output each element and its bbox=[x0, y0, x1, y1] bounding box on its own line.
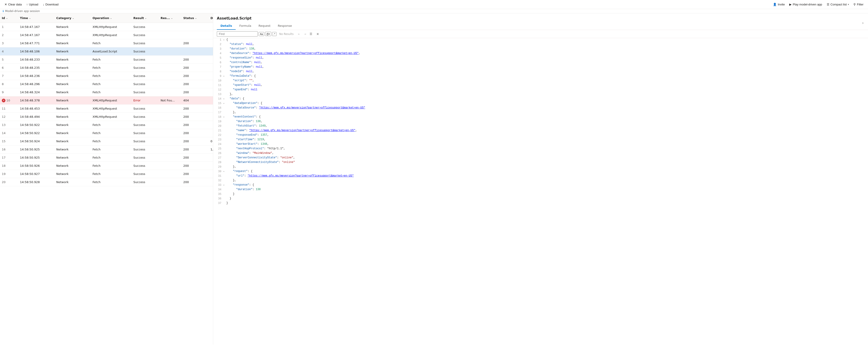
find-next-button[interactable]: → bbox=[302, 32, 308, 36]
compact-list-button[interactable]: ☰ Compact list ▾ bbox=[825, 2, 851, 7]
cell-result: Success bbox=[131, 115, 159, 118]
table-row[interactable]: 1114:58:48.453NetworkXMLHttpRequestSucce… bbox=[0, 105, 213, 113]
table-row[interactable]: 514:58:48.233NetworkFetchSuccess200 bbox=[0, 56, 213, 64]
line-number: 3 bbox=[215, 47, 221, 51]
cell-result: Success bbox=[131, 25, 159, 29]
fold-icon[interactable]: ▾ bbox=[223, 183, 226, 186]
table-row[interactable]: 2014:58:50.928NetworkFetchSuccess200 bbox=[0, 178, 213, 186]
table-row[interactable]: 414:58:48.106NetworkAssetLoad.ScriptSucc… bbox=[0, 48, 213, 56]
detail-close-button[interactable]: › bbox=[861, 20, 864, 26]
table-row[interactable]: 1214:58:48.494NetworkXMLHttpRequestSucce… bbox=[0, 113, 213, 121]
tab-details[interactable]: Details bbox=[217, 22, 236, 30]
fold-icon bbox=[223, 52, 226, 52]
fold-icon[interactable]: ▾ bbox=[223, 170, 226, 173]
invite-button[interactable]: 👤 Invite bbox=[771, 2, 786, 7]
col-header-time[interactable]: Time ⌄ bbox=[18, 16, 55, 20]
tab-response[interactable]: Response bbox=[274, 22, 296, 30]
fold-icon[interactable]: ▾ bbox=[223, 75, 226, 78]
col-header-operation[interactable]: Operation ⌄ bbox=[91, 16, 131, 20]
cell-category: Network bbox=[55, 66, 91, 69]
cell-result: Success bbox=[131, 180, 159, 184]
col-header-result[interactable]: Result ⌄ bbox=[131, 16, 159, 20]
fold-icon bbox=[223, 134, 226, 134]
fold-icon[interactable]: ▾ bbox=[223, 102, 226, 105]
cell-id: 14 bbox=[0, 132, 18, 135]
table-row[interactable]: 1314:58:50.922NetworkFetchSuccess200 bbox=[0, 121, 213, 129]
detail-header: AssetLoad.Script DetailsFormulaRequestRe… bbox=[213, 13, 868, 30]
code-line: 34 "duration": 138 bbox=[213, 188, 868, 193]
table-row[interactable]: 814:58:48.296NetworkFetchSuccess200 bbox=[0, 80, 213, 88]
fold-icon[interactable]: ▾ bbox=[223, 115, 226, 118]
cell-time: 14:58:48.235 bbox=[18, 66, 55, 69]
find-prev-button[interactable]: ← bbox=[296, 32, 302, 36]
code-line: 5 "responseSize": null, bbox=[213, 56, 868, 61]
table-row[interactable]: 1914:58:50.927NetworkFetchSuccess200 bbox=[0, 170, 213, 178]
clear-data-button[interactable]: ✕ Clear data bbox=[3, 2, 24, 7]
col-header-status[interactable]: Status ⌄ bbox=[181, 16, 209, 20]
cell-result: Success bbox=[131, 107, 159, 110]
line-number: 32 bbox=[215, 179, 221, 182]
cell-time: 14:58:48.106 bbox=[18, 50, 55, 53]
play-button[interactable]: ▶ Play model-driven app bbox=[787, 2, 824, 7]
cell-status: 200 bbox=[181, 156, 209, 159]
find-bar: Aa A̲b .* No Results ← → ☰ ✕ bbox=[213, 30, 868, 38]
table-row[interactable]: 114:58:47.167NetworkXMLHttpRequestSucces… bbox=[0, 23, 213, 31]
cell-time: 14:58:48.233 bbox=[18, 58, 55, 61]
table-row[interactable]: 714:58:48.236NetworkFetchSuccess200 bbox=[0, 72, 213, 80]
fold-icon[interactable]: ▾ bbox=[223, 38, 226, 41]
table-row[interactable]: 214:58:47.167NetworkXMLHttpRequestSucces… bbox=[0, 31, 213, 39]
tab-request[interactable]: Request bbox=[255, 22, 274, 30]
filter-button[interactable]: ⚲ Filter bbox=[852, 2, 865, 7]
cell-category: Network bbox=[55, 148, 91, 151]
cell-id: 12 bbox=[0, 115, 18, 118]
cell-status: 200 bbox=[181, 107, 209, 110]
table-row[interactable]: 914:58:48.324NetworkFetchSuccess200 bbox=[0, 88, 213, 96]
fold-icon bbox=[223, 179, 226, 179]
code-line: 22 "responseEnd": 1357, bbox=[213, 134, 868, 138]
col-header-duration[interactable]: Duration (ms) ⌄ bbox=[209, 16, 213, 20]
line-number: 8 bbox=[215, 70, 221, 73]
code-content: "duration": 138, bbox=[226, 47, 866, 50]
code-content: "NetworkConnectivityState": "online" bbox=[226, 161, 866, 164]
code-content: } bbox=[226, 197, 866, 200]
code-content: "nodeId": null, bbox=[226, 70, 866, 73]
find-case-sensitive-button[interactable]: Aa bbox=[258, 32, 264, 36]
line-number: 34 bbox=[215, 188, 221, 191]
find-whole-word-button[interactable]: A̲b bbox=[265, 32, 271, 36]
table-row[interactable]: 1714:58:50.925NetworkFetchSuccess200 bbox=[0, 153, 213, 162]
find-list-button[interactable]: ☰ bbox=[308, 32, 313, 36]
line-number: 5 bbox=[215, 56, 221, 60]
code-line: 16 "dataSource": "https://mem.gfx.ms/mev… bbox=[213, 106, 868, 111]
line-number: 2 bbox=[215, 42, 221, 46]
upload-button[interactable]: ↑ Upload bbox=[25, 2, 40, 7]
cell-category: Network bbox=[55, 132, 91, 135]
table-row[interactable]: 1614:58:50.925NetworkFetchSuccess2001,( bbox=[0, 145, 213, 153]
download-button[interactable]: ↓ Download bbox=[41, 2, 60, 7]
code-content: "duration": 138, bbox=[226, 120, 866, 123]
col-header-res[interactable]: Res... ⌄ bbox=[159, 16, 181, 20]
cell-operation: Fetch bbox=[91, 180, 131, 184]
find-close-button[interactable]: ✕ bbox=[315, 32, 320, 36]
fold-icon[interactable]: ▾ bbox=[223, 97, 226, 100]
table-row[interactable]: 1514:58:50.924NetworkFetchSuccess2000 bbox=[0, 137, 213, 145]
fold-icon bbox=[223, 129, 226, 129]
cell-operation: Fetch bbox=[91, 90, 131, 94]
col-header-category[interactable]: Category ⌄ bbox=[55, 16, 91, 20]
code-content: "dataSource": "https://mem.gfx.ms/mevers… bbox=[226, 106, 866, 109]
table-row[interactable]: 614:58:48.235NetworkFetchSuccess200 bbox=[0, 64, 213, 72]
table-row[interactable]: 1414:58:50.922NetworkFetchSuccess200 bbox=[0, 129, 213, 137]
code-content: "name": "https://mem.gfx.ms/meversion?pa… bbox=[226, 129, 866, 132]
tab-formula[interactable]: Formula bbox=[236, 22, 255, 30]
find-input[interactable] bbox=[217, 31, 258, 36]
table-row[interactable]: ✕1014:58:48.378NetworkXMLHttpRequestErro… bbox=[0, 96, 213, 105]
col-header-id[interactable]: Id ⌄ bbox=[0, 16, 18, 20]
table-row[interactable]: 314:58:47.771NetworkFetchSuccess200 bbox=[0, 39, 213, 48]
code-line: 26 "window": "MainWindow", bbox=[213, 151, 868, 156]
cell-duration: 0 bbox=[209, 140, 213, 143]
fold-icon bbox=[223, 165, 226, 166]
cell-category: Network bbox=[55, 156, 91, 159]
table-row[interactable]: 1814:58:50.926NetworkFetchSuccess200 bbox=[0, 162, 213, 170]
code-line: 9▾ "formulaData": { bbox=[213, 75, 868, 79]
cell-category: Network bbox=[55, 41, 91, 45]
find-regex-button[interactable]: .* bbox=[272, 32, 277, 36]
